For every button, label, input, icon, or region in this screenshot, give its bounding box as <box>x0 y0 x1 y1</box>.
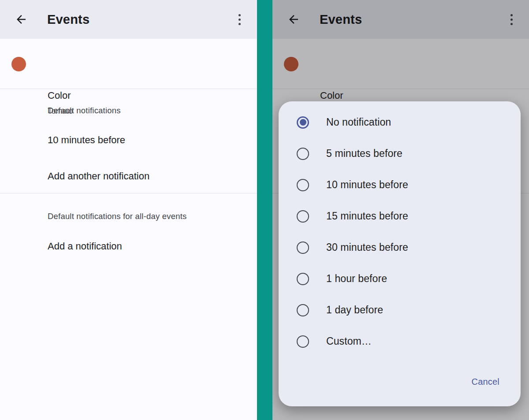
option-5-minutes-before[interactable]: 5 minutes before <box>279 138 521 169</box>
arrow-left-icon <box>15 13 28 26</box>
color-row-label: Color <box>48 90 71 101</box>
dialog-option-list: No notification 5 minutes before 10 minu… <box>279 101 521 357</box>
option-no-notification[interactable]: No notification <box>279 107 521 138</box>
radio-unselected-icon <box>297 148 309 160</box>
radio-selected-icon <box>297 116 309 129</box>
events-settings-screen-left: Events Color Tomato Default notification… <box>0 0 257 420</box>
option-10-minutes-before[interactable]: 10 minutes before <box>279 169 521 201</box>
divider-line <box>0 89 257 89</box>
option-label: 1 hour before <box>326 273 387 285</box>
color-setting-row[interactable]: Color Tomato <box>0 39 257 89</box>
radio-unselected-icon <box>297 273 309 285</box>
dialog-footer: Cancel <box>279 357 521 406</box>
option-label: 5 minutes before <box>326 148 402 160</box>
radio-unselected-icon <box>297 179 309 191</box>
option-label: 15 minutes before <box>326 210 408 222</box>
option-custom[interactable]: Custom… <box>279 326 521 357</box>
teal-divider <box>257 0 272 420</box>
option-30-minutes-before[interactable]: 30 minutes before <box>279 232 521 263</box>
page-title: Events <box>47 12 89 27</box>
divider-line <box>0 193 257 193</box>
option-label: No notification <box>326 116 391 128</box>
notification-picker-dialog: No notification 5 minutes before 10 minu… <box>279 101 521 406</box>
radio-unselected-icon <box>297 242 309 254</box>
overflow-menu-button[interactable] <box>230 10 249 29</box>
option-15-minutes-before[interactable]: 15 minutes before <box>279 201 521 232</box>
radio-unselected-icon <box>297 304 309 316</box>
tomato-circle-icon <box>11 57 26 71</box>
radio-unselected-icon <box>297 335 309 348</box>
notification-row-label: 10 minutes before <box>48 134 125 146</box>
option-label: 30 minutes before <box>326 242 408 253</box>
radio-unselected-icon <box>297 210 309 223</box>
section-heading-default-notifications: Default notifications <box>48 106 121 115</box>
events-settings-screen-right: Events Color Tomato Default notification… <box>272 0 529 420</box>
add-a-notification-label: Add a notification <box>48 241 122 252</box>
option-1-day-before[interactable]: 1 day before <box>279 294 521 326</box>
app-bar: Events <box>0 0 257 39</box>
back-button[interactable] <box>11 9 32 30</box>
cancel-button[interactable]: Cancel <box>472 377 499 387</box>
section-heading-all-day-notifications: Default notifications for all-day events <box>48 212 186 221</box>
screenshot-root: Events Color Tomato Default notification… <box>0 0 529 420</box>
option-1-hour-before[interactable]: 1 hour before <box>279 263 521 294</box>
option-label: 10 minutes before <box>326 179 408 191</box>
option-label: 1 day before <box>326 304 383 316</box>
option-label: Custom… <box>326 335 372 347</box>
add-another-notification-row[interactable]: Add another notification <box>0 164 257 189</box>
notification-row-10-minutes[interactable]: 10 minutes before <box>0 128 257 152</box>
add-a-notification-row[interactable]: Add a notification <box>0 234 257 259</box>
add-another-notification-label: Add another notification <box>48 171 149 182</box>
